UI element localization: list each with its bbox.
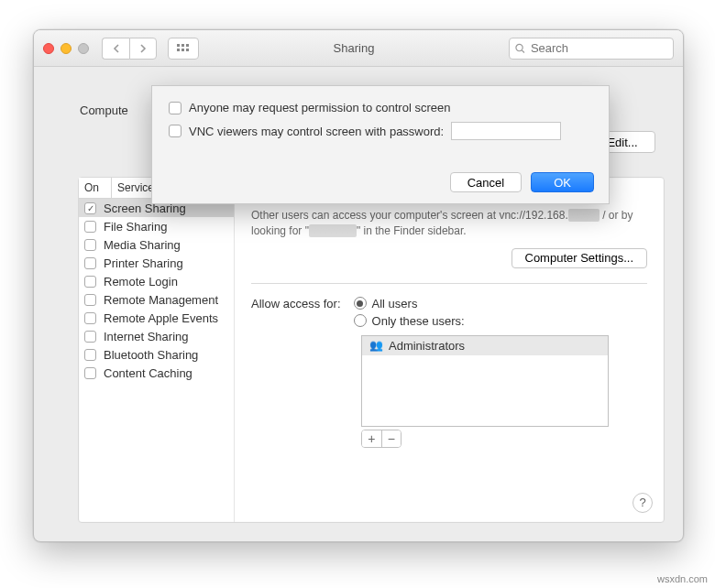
svg-rect-2: [186, 44, 189, 47]
service-label: File Sharing: [104, 220, 167, 234]
service-label: Media Sharing: [104, 238, 181, 252]
add-remove-cluster: + −: [361, 430, 402, 448]
svg-point-6: [516, 44, 522, 50]
service-row[interactable]: Remote Management: [79, 290, 234, 309]
cancel-button[interactable]: Cancel: [450, 172, 522, 192]
services-header-on: On: [79, 178, 112, 198]
services-list: On Service Screen Sharing File Sharing M…: [79, 178, 235, 522]
users-icon: 👥: [369, 339, 383, 352]
window-controls: [43, 43, 89, 54]
watermark: wsxdn.com: [657, 573, 708, 584]
service-label: Internet Sharing: [104, 330, 189, 343]
service-checkbox[interactable]: [84, 367, 96, 379]
nav-forward-button[interactable]: [129, 38, 157, 60]
add-user-button[interactable]: +: [362, 430, 382, 447]
service-checkbox[interactable]: [84, 349, 96, 361]
service-label: Remote Login: [104, 275, 178, 289]
redacted-name: xxxxxxxx: [309, 224, 357, 237]
search-icon: [515, 43, 525, 54]
svg-rect-1: [182, 44, 184, 47]
nav-back-forward: [102, 38, 157, 60]
remove-user-button[interactable]: −: [382, 430, 402, 447]
preferences-window: Sharing Compute Edit... On Service Scree…: [33, 29, 684, 542]
service-row[interactable]: Media Sharing: [79, 235, 234, 254]
service-row[interactable]: Bluetooth Sharing: [79, 345, 234, 364]
content-box: On Service Screen Sharing File Sharing M…: [78, 177, 665, 523]
vnc-password-field[interactable]: [451, 122, 561, 140]
service-checkbox[interactable]: [84, 276, 96, 288]
window-title: Sharing: [204, 41, 503, 55]
radio-label: Only these users:: [372, 314, 465, 328]
titlebar: Sharing: [34, 30, 683, 67]
computer-name-row: Compute: [80, 103, 128, 117]
service-row[interactable]: Internet Sharing: [79, 327, 234, 345]
service-checkbox[interactable]: [84, 294, 96, 306]
service-checkbox[interactable]: [84, 239, 96, 251]
service-row[interactable]: File Sharing: [79, 217, 234, 235]
grid-icon: [177, 44, 190, 53]
service-checkbox[interactable]: [84, 331, 96, 343]
service-label: Remote Management: [104, 293, 218, 307]
service-detail-pane: Screen Sharing: On Other users can acces…: [235, 178, 664, 522]
radio-all-users[interactable]: All users: [354, 297, 465, 310]
option-label: VNC viewers may control screen with pass…: [189, 125, 444, 138]
svg-rect-3: [177, 49, 180, 51]
status-description: Other users can access your computer's s…: [251, 208, 647, 239]
radio-icon[interactable]: [354, 314, 367, 327]
service-row[interactable]: Remote Apple Events: [79, 309, 234, 327]
service-checkbox[interactable]: [84, 221, 96, 233]
service-checkbox[interactable]: [84, 202, 96, 214]
nav-back-button[interactable]: [102, 38, 129, 60]
desc-text: Other users can access your computer's s…: [251, 209, 568, 222]
redacted-ip: xxxxx: [568, 209, 600, 222]
chevron-left-icon: [113, 44, 120, 53]
computer-settings-button[interactable]: Computer Settings...: [512, 248, 648, 268]
radio-label: All users: [372, 297, 418, 310]
user-list-item[interactable]: 👥 Administrators: [362, 336, 608, 355]
chevron-right-icon: [139, 44, 147, 53]
radio-only-users[interactable]: Only these users:: [354, 314, 465, 328]
minimize-window-icon[interactable]: [60, 43, 72, 54]
service-row[interactable]: Remote Login: [79, 272, 234, 290]
svg-rect-5: [186, 49, 189, 51]
service-label: Remote Apple Events: [104, 311, 218, 325]
computer-settings-sheet: Anyone may request permission to control…: [151, 85, 610, 204]
svg-rect-0: [177, 44, 180, 47]
separator: [251, 283, 647, 284]
checkbox[interactable]: [169, 125, 182, 137]
service-label: Printer Sharing: [104, 256, 183, 270]
checkbox[interactable]: [169, 102, 182, 114]
access-section: Allow access for: All users Only these u…: [251, 297, 647, 332]
user-name: Administrators: [389, 339, 465, 353]
access-label: Allow access for:: [251, 297, 341, 310]
option-anyone-request[interactable]: Anyone may request permission to control…: [169, 101, 592, 114]
service-label: Bluetooth Sharing: [104, 348, 198, 362]
service-row[interactable]: Content Caching: [79, 364, 234, 382]
svg-rect-4: [182, 49, 184, 51]
desc-text: " in the Finder sidebar.: [357, 224, 467, 237]
svg-line-7: [522, 49, 524, 52]
zoom-window-icon: [78, 43, 89, 54]
user-list[interactable]: 👥 Administrators: [361, 335, 609, 427]
option-label: Anyone may request permission to control…: [189, 101, 450, 114]
ok-button[interactable]: OK: [531, 172, 594, 192]
search-field[interactable]: [509, 38, 674, 60]
service-label: Content Caching: [104, 366, 192, 380]
option-vnc-password[interactable]: VNC viewers may control screen with pass…: [169, 122, 592, 140]
close-window-icon[interactable]: [43, 43, 54, 54]
service-row[interactable]: Printer Sharing: [79, 254, 234, 272]
show-all-button[interactable]: [168, 38, 199, 60]
search-input[interactable]: [529, 40, 667, 56]
service-checkbox[interactable]: [84, 257, 96, 269]
help-button[interactable]: ?: [632, 493, 653, 513]
radio-icon[interactable]: [354, 297, 367, 310]
service-checkbox[interactable]: [84, 312, 96, 324]
computer-name-label: Compute: [80, 103, 128, 117]
